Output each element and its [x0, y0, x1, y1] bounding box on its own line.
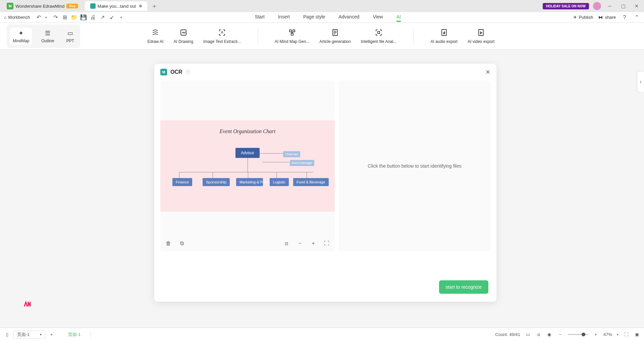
ocr-result-panel: Click the button below to start identify… — [339, 80, 490, 251]
page-selector[interactable]: 页面-1 ▾ — [13, 331, 45, 339]
share-icon: ⧓ — [598, 15, 603, 20]
zoom-dropdown-icon[interactable]: ▾ — [617, 333, 619, 336]
view-ppt[interactable]: ▭ PPT — [63, 28, 77, 45]
new-file-button[interactable]: ⊞ — [61, 14, 68, 21]
zoom-out-statusbar[interactable]: − — [557, 332, 563, 338]
presentation-button[interactable]: ▣ — [634, 332, 640, 338]
menu-advanced[interactable]: Advanced — [338, 13, 359, 22]
org-node-sponsorship: Sponsorship — [203, 178, 230, 186]
help-button[interactable]: ? — [621, 14, 628, 21]
close-button[interactable]: ✕ — [632, 1, 641, 11]
crop-button[interactable]: ⧈ — [283, 240, 290, 247]
ocr-body: Event Organization Chart Advisor Chairma… — [154, 80, 496, 251]
view-mindmap[interactable]: ✦ MindMap — [10, 28, 32, 45]
workbench-button[interactable]: ⌂ Workbench — [4, 15, 30, 20]
fit-screen-button[interactable]: ⛶ — [323, 240, 330, 247]
org-node-event-manager: Event Manager — [290, 160, 314, 166]
status-bar: ▯ 页面-1 ▾ + 页面-1 Count: 49/41 ▭ ⧈ ◉ − + 4… — [0, 328, 644, 341]
fullscreen-button[interactable]: ⛶ — [623, 332, 629, 338]
add-page-button[interactable]: + — [49, 332, 55, 338]
replace-image-button[interactable]: ⧉ — [178, 240, 185, 247]
menu-tabs: Start Insert Page style Advanced View AI — [255, 13, 401, 22]
ai-video-export-tool[interactable]: AI video export — [468, 28, 494, 45]
zoom-level-label: 47% — [603, 332, 612, 337]
page-tab[interactable]: 页面-1 — [58, 332, 91, 338]
ai-mindmap-gen-tool[interactable]: AI Mind Map Gen... — [275, 28, 309, 45]
ppt-icon: ▭ — [66, 29, 74, 37]
titlebar: M Wondershare EdrawMind Pro Make you...t… — [0, 0, 644, 12]
dropdown-icon: ▾ — [40, 333, 42, 336]
ocr-info-icon[interactable]: ? — [186, 70, 191, 74]
image-text-icon: A — [217, 28, 227, 37]
add-tab-button[interactable]: ＋ — [151, 2, 157, 10]
ocr-title: OCR — [170, 69, 182, 75]
source-panel-toolbar: 🗑 ⧉ ⧈ − + ⛶ — [165, 240, 330, 247]
holiday-sale-badge[interactable]: HOLIDAY SALE ON NOW — [543, 3, 589, 9]
publish-icon: ✈ — [573, 15, 577, 20]
ai-drawing-icon — [179, 28, 188, 37]
ocr-dialog: M OCR ? ✕ Event Organization Chart — [154, 64, 496, 302]
ai-assistant-badge[interactable] — [23, 299, 32, 307]
ai-tools-group: Edraw AI AI Drawing A Image Text Extract… — [147, 28, 494, 45]
menu-view[interactable]: View — [373, 13, 383, 22]
zoom-slider[interactable] — [568, 334, 588, 335]
start-recognize-button[interactable]: start to recognize — [439, 280, 488, 294]
ocr-footer: start to recognize — [439, 280, 488, 294]
unsaved-indicator — [139, 5, 142, 7]
document-icon — [90, 3, 96, 9]
delete-image-button[interactable]: 🗑 — [165, 240, 172, 247]
publish-button[interactable]: ✈ Publish — [573, 15, 593, 20]
maximize-button[interactable]: ▢ — [619, 1, 628, 11]
share-button[interactable]: ⧓ share — [598, 15, 616, 20]
open-file-button[interactable]: 📁 — [71, 14, 77, 21]
ribbon-divider — [258, 28, 258, 45]
minimize-button[interactable]: ─ — [605, 1, 614, 11]
undo-dropdown[interactable]: ▾ — [43, 14, 49, 21]
edraw-ai-tool[interactable]: Edraw AI — [147, 28, 163, 45]
org-node-food-beverage: Food & Beverage — [293, 178, 329, 186]
ai-drawing-tool[interactable]: AI Drawing — [173, 28, 193, 45]
zoom-in-statusbar[interactable]: + — [593, 332, 599, 338]
export-button[interactable]: ↗ — [99, 14, 106, 21]
svg-rect-9 — [378, 32, 380, 34]
menu-insert[interactable]: Insert — [278, 13, 290, 22]
zoom-out-button[interactable]: − — [297, 240, 303, 247]
svg-rect-2 — [289, 30, 291, 32]
svg-rect-3 — [293, 30, 295, 32]
image-text-extraction-tool[interactable]: A Image Text Extracti... — [203, 28, 241, 45]
right-panel-collapse[interactable]: ‹ — [637, 72, 644, 92]
org-node-marketing: Marketing & Promotion — [236, 178, 263, 186]
menu-page-style[interactable]: Page style — [303, 13, 325, 22]
org-chart-tree: Advisor Chairman Event Manager Finance S… — [166, 141, 329, 202]
chart-preview-image: Event Organization Chart Advisor Chairma… — [160, 120, 335, 212]
main-toolbar: ⌂ Workbench ↶ ▾ ↷ ⊞ 📁 💾 🖨 ↗ ↙ ▾ Start In… — [0, 12, 644, 23]
ai-audio-export-tool[interactable]: AI audio export — [430, 28, 458, 45]
mindmap-icon: ✦ — [17, 29, 25, 37]
ocr-close-button[interactable]: ✕ — [485, 68, 490, 76]
save-button[interactable]: 💾 — [80, 14, 87, 21]
import-button[interactable]: ↙ — [108, 14, 115, 21]
fit-width-button[interactable]: ⧈ — [536, 332, 542, 338]
page-panel-toggle[interactable]: ▯ — [4, 332, 10, 338]
ocr-dialog-header: M OCR ? ✕ — [154, 64, 496, 80]
user-avatar[interactable] — [593, 2, 601, 10]
document-tab[interactable]: Make you...tand out — [85, 1, 147, 11]
fit-page-button[interactable]: ▭ — [525, 332, 531, 338]
article-gen-icon — [330, 28, 340, 37]
menu-start[interactable]: Start — [255, 13, 265, 22]
audio-export-icon — [439, 28, 449, 37]
org-node-finance: Finance — [172, 178, 192, 186]
article-generation-tool[interactable]: Article generation — [319, 28, 351, 45]
menu-ai[interactable]: AI — [396, 13, 401, 22]
more-toolbar-dropdown[interactable]: ▾ — [118, 14, 124, 21]
app-tab[interactable]: M Wondershare EdrawMind Pro — [3, 1, 82, 11]
zoom-in-button[interactable]: + — [310, 240, 317, 247]
node-count-label: Count: 49/41 — [495, 332, 520, 337]
undo-button[interactable]: ↶ — [35, 14, 42, 21]
collapse-ribbon-button[interactable]: ⌃ — [633, 14, 640, 21]
center-view-button[interactable]: ◉ — [546, 332, 552, 338]
redo-button[interactable]: ↷ — [52, 14, 59, 21]
print-button[interactable]: 🖨 — [90, 14, 96, 21]
view-outline[interactable]: ☰ Outline — [39, 28, 57, 45]
intelligent-file-analysis-tool[interactable]: Intelligent file Anal... — [361, 28, 397, 45]
